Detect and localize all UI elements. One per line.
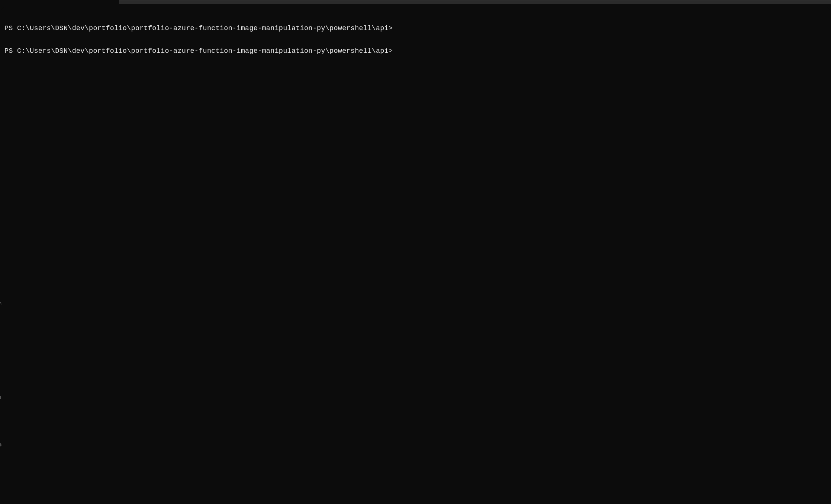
prompt-line-0: PS C:\Users\DSN\dev\portfolio\portfolio-… — [4, 25, 830, 32]
title-bar-rest[interactable] — [119, 0, 831, 4]
terminal-wrap: v b N PS C:\Users\DSN\dev\portfolio\port… — [0, 4, 831, 504]
prompt-line-1: PS C:\Users\DSN\dev\portfolio\portfolio-… — [4, 48, 830, 55]
prompt-suffix: > — [389, 47, 393, 55]
prompt-path: C:\Users\DSN\dev\portfolio\portfolio-azu… — [17, 25, 389, 32]
prompt-path: C:\Users\DSN\dev\portfolio\portfolio-azu… — [17, 47, 389, 55]
terminal-content[interactable]: PS C:\Users\DSN\dev\portfolio\portfolio-… — [1, 7, 830, 70]
active-tab-region[interactable] — [0, 0, 119, 4]
prompt-prefix: PS — [4, 25, 17, 32]
terminal-pane[interactable]: PS C:\Users\DSN\dev\portfolio\portfolio-… — [1, 7, 830, 503]
title-bar — [0, 0, 831, 4]
prompt-prefix: PS — [4, 47, 17, 55]
prompt-suffix: > — [389, 25, 393, 32]
